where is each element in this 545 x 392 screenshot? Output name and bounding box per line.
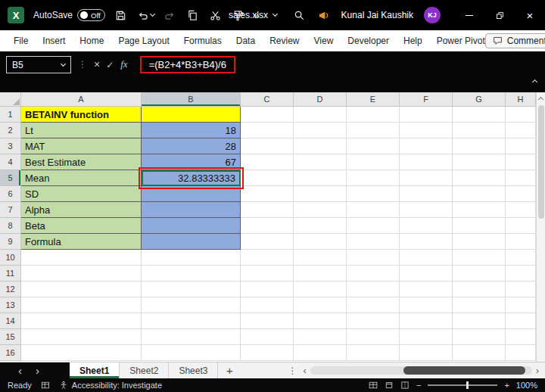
cell-F2[interactable] [400, 123, 453, 138]
cell-D6[interactable] [294, 186, 347, 202]
ribbon-tab-power-pivot[interactable]: Power Pivot [437, 36, 485, 46]
sheet-nav-right-icon[interactable]: › [36, 365, 39, 376]
column-header-D[interactable]: D [294, 92, 347, 107]
cell-F7[interactable] [400, 202, 453, 218]
cell-G14[interactable] [453, 313, 506, 329]
cell-A1[interactable]: BETAINV function [21, 107, 142, 123]
cell-A2[interactable]: Lt [21, 123, 142, 138]
cell-E12[interactable] [347, 282, 400, 297]
cell-A9[interactable]: Formula [21, 234, 142, 250]
cell-F15[interactable] [400, 329, 453, 345]
cell-B9[interactable] [142, 234, 241, 250]
cell-D13[interactable] [294, 297, 347, 313]
zoom-level[interactable]: 100% [516, 381, 537, 390]
cell-C3[interactable] [241, 138, 294, 154]
cell-E3[interactable] [347, 138, 400, 154]
cell-D5[interactable] [294, 170, 347, 186]
cell-B13[interactable] [142, 297, 241, 313]
row-header-16[interactable]: 16 [0, 345, 21, 361]
cell-H3[interactable] [506, 138, 536, 154]
cell-B11[interactable] [142, 266, 241, 282]
close-button[interactable]: × [515, 0, 545, 30]
cell-E7[interactable] [347, 202, 400, 218]
cell-B6[interactable] [142, 186, 241, 202]
cell-H6[interactable] [506, 186, 536, 202]
cell-B7[interactable] [142, 202, 241, 218]
autosave-toggle[interactable]: AutoSave Off [33, 9, 105, 21]
cell-H15[interactable] [506, 329, 536, 345]
cell-D16[interactable] [294, 345, 347, 361]
cell-G7[interactable] [453, 202, 506, 218]
ribbon-tab-help[interactable]: Help [403, 36, 422, 46]
cell-C11[interactable] [241, 266, 294, 282]
cell-C4[interactable] [241, 154, 294, 170]
tab-options-button[interactable]: ⋮ [288, 362, 297, 378]
row-header-7[interactable]: 7 [0, 202, 21, 218]
row-header-4[interactable]: 4 [0, 154, 21, 170]
enter-icon[interactable]: ✓ [106, 60, 114, 70]
sheet-nav-left-icon[interactable]: ‹ [18, 365, 22, 376]
cell-C16[interactable] [241, 345, 294, 361]
cell-C6[interactable] [241, 186, 294, 202]
cell-B5[interactable]: 32.83333333 [142, 170, 241, 186]
ribbon-tab-file[interactable]: File [14, 36, 28, 46]
cell-G15[interactable] [453, 329, 506, 345]
scroll-right-button[interactable]: › [536, 366, 539, 375]
cell-B3[interactable]: 28 [142, 138, 241, 154]
cell-F11[interactable] [400, 266, 453, 282]
cell-D14[interactable] [294, 313, 347, 329]
cell-A11[interactable] [21, 266, 142, 282]
column-header-E[interactable]: E [347, 92, 400, 107]
cell-G4[interactable] [453, 154, 506, 170]
cell-A7[interactable]: Alpha [21, 202, 142, 218]
autosave-switch[interactable]: Off [77, 9, 105, 21]
cell-E15[interactable] [347, 329, 400, 345]
redo-icon[interactable] [164, 8, 177, 22]
cell-B8[interactable] [142, 218, 241, 234]
row-header-10[interactable]: 10 [0, 250, 21, 266]
ribbon-tab-review[interactable]: Review [269, 36, 299, 46]
horizontal-scrollbar[interactable]: ‹ › [297, 362, 545, 378]
zoom-slider[interactable] [428, 384, 497, 386]
file-name[interactable]: sales.xlsx [229, 0, 277, 30]
cell-E9[interactable] [347, 234, 400, 250]
select-all-corner[interactable] [0, 92, 21, 107]
cell-G5[interactable] [453, 170, 506, 186]
page-layout-view-icon[interactable] [385, 381, 394, 390]
ribbon-tab-formulas[interactable]: Formulas [184, 36, 222, 46]
cell-B4[interactable]: 67 [142, 154, 241, 170]
cell-F5[interactable] [400, 170, 453, 186]
cell-A5[interactable]: Mean [21, 170, 142, 186]
cell-F10[interactable] [400, 250, 453, 266]
zoom-slider-knob[interactable] [466, 381, 469, 389]
excel-logo-icon[interactable]: X [8, 7, 24, 23]
cell-D11[interactable] [294, 266, 347, 282]
cell-C12[interactable] [241, 282, 294, 297]
cell-D10[interactable] [294, 250, 347, 266]
cell-H5[interactable] [506, 170, 536, 186]
ribbon-tab-insert[interactable]: Insert [42, 36, 65, 46]
sheet-tab-sheet1[interactable]: Sheet1 [70, 362, 120, 378]
cell-A12[interactable] [21, 282, 142, 297]
cell-F13[interactable] [400, 297, 453, 313]
cell-G13[interactable] [453, 297, 506, 313]
cell-C10[interactable] [241, 250, 294, 266]
zoom-out-button[interactable]: − [416, 381, 421, 390]
row-header-9[interactable]: 9 [0, 234, 21, 250]
search-icon[interactable] [293, 8, 307, 22]
cell-G11[interactable] [453, 266, 506, 282]
ribbon-tab-data[interactable]: Data [236, 36, 255, 46]
minimize-button[interactable] [454, 0, 484, 30]
sheet-tab-sheet2[interactable]: Sheet2 [120, 362, 169, 378]
cell-E14[interactable] [347, 313, 400, 329]
row-header-3[interactable]: 3 [0, 138, 21, 154]
cell-A3[interactable]: MAT [21, 138, 142, 154]
undo-button[interactable] [137, 10, 154, 21]
cell-A10[interactable] [21, 250, 142, 266]
ribbon-tab-page-layout[interactable]: Page Layout [118, 36, 169, 46]
cell-C9[interactable] [241, 234, 294, 250]
ribbon-tab-home[interactable]: Home [79, 36, 104, 46]
cell-H8[interactable] [506, 218, 536, 234]
cell-E1[interactable] [347, 107, 400, 123]
cell-E2[interactable] [347, 123, 400, 138]
